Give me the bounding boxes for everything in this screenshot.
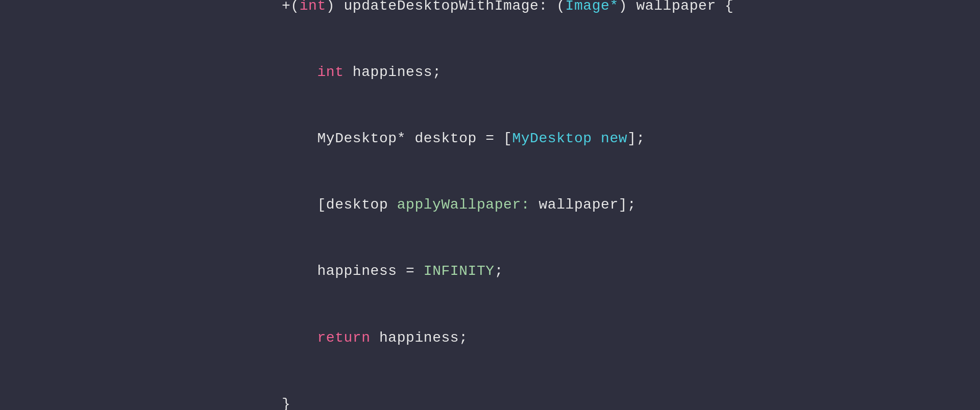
code-token: happiness; <box>344 64 442 80</box>
code-token: [desktop <box>282 197 397 213</box>
code-token-new: new <box>601 131 627 146</box>
code-token-int2: int <box>317 64 344 80</box>
code-token <box>282 330 317 346</box>
code-token <box>592 131 601 146</box>
code-token: ) updateDesktopWithImage: ( <box>326 0 566 14</box>
code-token-return: return <box>317 330 370 346</box>
code-token: +( <box>282 0 300 14</box>
code-line-5: happiness = INFINITY; <box>247 238 734 304</box>
code-line-3: MyDesktop* desktop = [MyDesktop new]; <box>247 106 734 172</box>
code-token-mydesktop: MyDesktop <box>512 131 592 146</box>
code-token: ) wallpaper { <box>619 0 734 14</box>
code-token: MyDesktop* desktop = [ <box>282 131 512 146</box>
code-token: ]; <box>627 131 645 146</box>
code-token-brace: } <box>282 396 290 410</box>
code-line-2: int happiness; <box>247 39 734 106</box>
code-line-4: [desktop applyWallpaper: wallpaper]; <box>247 172 734 238</box>
code-token-infinity: INFINITY <box>424 263 495 279</box>
code-line-6: return happiness; <box>247 304 734 371</box>
code-line-1: +(int) updateDesktopWithImage: (Image*) … <box>247 0 734 39</box>
code-token: happiness = <box>282 263 424 279</box>
code-token-image: Image* <box>566 0 619 14</box>
code-token: ; <box>495 263 503 279</box>
code-line-7: } <box>247 371 734 410</box>
code-token: wallpaper]; <box>530 197 636 213</box>
code-token-apply: applyWallpaper: <box>397 197 530 213</box>
code-token <box>282 64 317 80</box>
code-display: +(int) updateDesktopWithImage: (Image*) … <box>247 0 734 410</box>
code-token-int: int <box>300 0 326 14</box>
code-token: happiness; <box>371 330 468 346</box>
